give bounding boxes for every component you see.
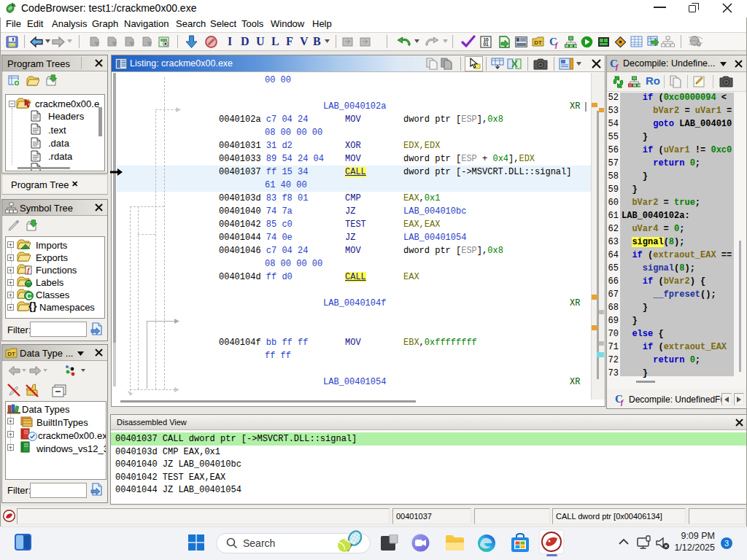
svg-text:DT: DT (534, 39, 542, 46)
svg-text:f: f (555, 41, 559, 49)
svg-text:f: f (621, 398, 624, 406)
svg-text:01: 01 (483, 42, 489, 47)
svg-text:C: C (26, 292, 32, 300)
svg-text:f: f (616, 63, 619, 71)
svg-text:DT: DT (7, 351, 15, 357)
